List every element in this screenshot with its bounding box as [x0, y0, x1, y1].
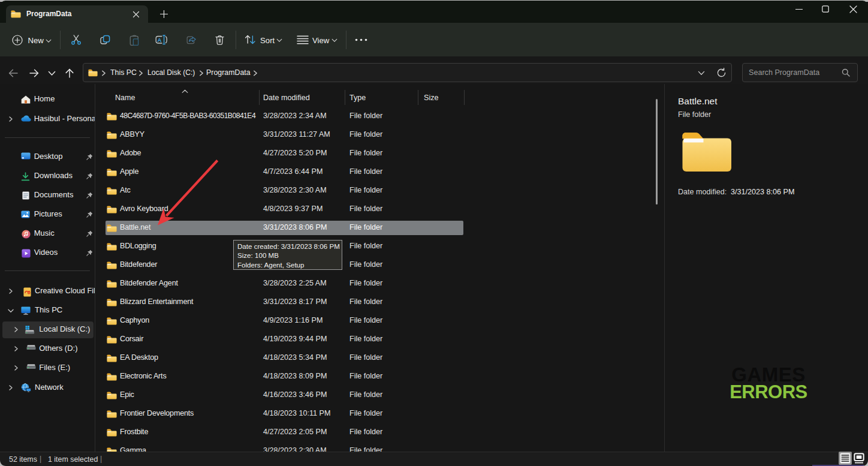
svg-text:A: A: [158, 36, 162, 43]
